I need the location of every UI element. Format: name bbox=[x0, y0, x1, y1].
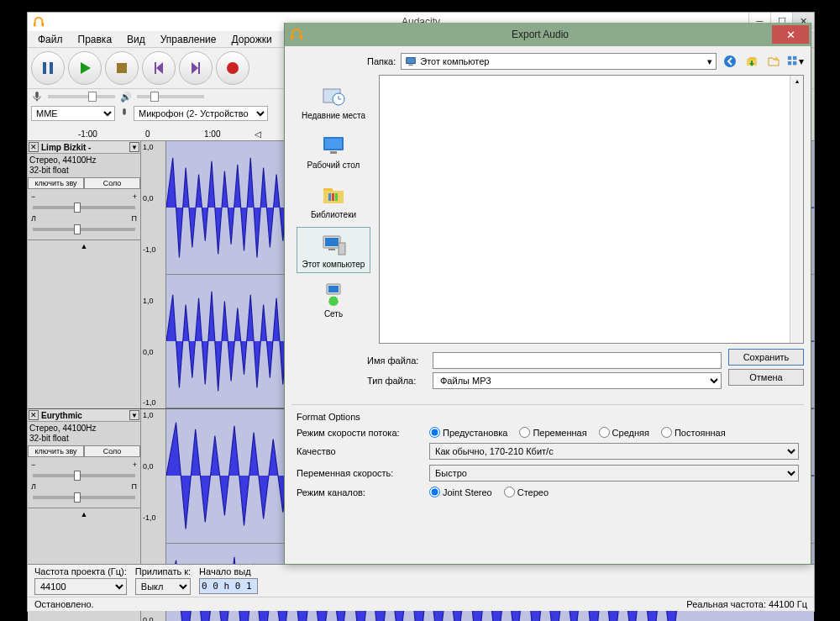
back-button[interactable] bbox=[722, 53, 738, 70]
quality-select[interactable]: Как обычно, 170-210 Кбит/с bbox=[429, 443, 799, 460]
svg-rect-20 bbox=[330, 151, 337, 154]
selection-start-input[interactable] bbox=[199, 578, 258, 594]
track-menu-button[interactable]: ▼ bbox=[129, 142, 139, 152]
filename-label: Имя файла: bbox=[367, 355, 426, 366]
bitrate-preset-radio[interactable]: Предустановка bbox=[429, 427, 507, 438]
up-button[interactable] bbox=[743, 53, 760, 70]
track-collapse-button[interactable]: ▲ bbox=[28, 239, 140, 251]
snap-select[interactable]: Выкл bbox=[135, 578, 191, 595]
svg-rect-3 bbox=[50, 62, 53, 74]
bitrate-variable-radio[interactable]: Переменная bbox=[519, 427, 586, 438]
folder-label: Папка: bbox=[367, 56, 396, 66]
svg-rect-15 bbox=[793, 61, 796, 65]
speaker-icon: 🔊 bbox=[120, 92, 132, 103]
vbr-select[interactable]: Быстро bbox=[429, 465, 799, 482]
place-desktop[interactable]: Рабочий стол bbox=[297, 128, 370, 174]
gain-slider[interactable] bbox=[33, 474, 135, 477]
track-collapse-button[interactable]: ▲ bbox=[28, 508, 140, 519]
format-options-group: Format Options Режим скорости потока: Пр… bbox=[291, 404, 804, 509]
place-recent[interactable]: Недавние места bbox=[297, 78, 370, 124]
track-close-button[interactable]: ✕ bbox=[29, 142, 39, 152]
svg-point-10 bbox=[724, 55, 736, 67]
new-folder-button[interactable] bbox=[765, 53, 782, 70]
gain-slider[interactable] bbox=[33, 206, 135, 209]
folder-combo[interactable]: Этот компьютер ▾ bbox=[401, 53, 717, 70]
menu-edit[interactable]: Правка bbox=[71, 32, 119, 47]
files-panel[interactable]: ▴ bbox=[379, 75, 804, 344]
pan-slider[interactable] bbox=[33, 228, 135, 231]
channel-stereo-radio[interactable]: Стерео bbox=[504, 487, 549, 497]
libraries-icon bbox=[320, 182, 347, 208]
time-mark: 1:00 bbox=[204, 129, 220, 139]
dialog-close-button[interactable]: ✕ bbox=[772, 25, 809, 44]
stop-button[interactable] bbox=[105, 51, 139, 85]
vbr-label: Переменная скорость: bbox=[297, 468, 423, 478]
svg-rect-24 bbox=[335, 193, 338, 201]
svg-rect-14 bbox=[788, 61, 791, 65]
svg-rect-7 bbox=[300, 35, 302, 39]
time-mark: -1:00 bbox=[78, 129, 97, 139]
snap-label: Прилипать к: bbox=[135, 566, 191, 576]
cancel-button[interactable]: Отмена bbox=[728, 369, 804, 386]
export-dialog: Export Audio ✕ Папка: Этот компьютер ▾ ▾… bbox=[284, 23, 811, 565]
place-libraries[interactable]: Библиотеки bbox=[297, 177, 370, 224]
record-button[interactable] bbox=[216, 51, 249, 85]
dialog-titlebar: Export Audio ✕ bbox=[285, 23, 811, 46]
svg-rect-6 bbox=[291, 35, 293, 39]
track-info: Стерео, 44100Hz 32-bit float bbox=[28, 154, 140, 177]
output-meter[interactable] bbox=[137, 95, 204, 98]
mic-icon bbox=[31, 91, 43, 103]
desktop-icon bbox=[320, 132, 347, 159]
bitrate-average-radio[interactable]: Средняя bbox=[599, 427, 649, 438]
svg-rect-12 bbox=[788, 56, 791, 60]
track-name[interactable]: Eurythmic bbox=[39, 411, 129, 420]
mute-button[interactable]: ключить зву bbox=[28, 177, 84, 189]
track-info: Стерео, 44100Hz 32-bit float bbox=[28, 422, 140, 445]
filetype-select[interactable]: Файлы MP3 bbox=[433, 372, 722, 389]
menu-file[interactable]: Файл bbox=[31, 32, 70, 47]
skip-end-button[interactable] bbox=[179, 51, 213, 85]
computer-icon bbox=[320, 231, 347, 258]
app-icon bbox=[33, 16, 45, 28]
status-left: Остановлено. bbox=[34, 599, 94, 609]
track-name[interactable]: Limp Bizkit - bbox=[39, 143, 129, 152]
track-menu-button[interactable]: ▼ bbox=[129, 410, 139, 420]
pan-slider[interactable] bbox=[33, 496, 135, 499]
save-button[interactable]: Сохранить bbox=[728, 349, 804, 366]
svg-rect-2 bbox=[43, 62, 46, 74]
play-button[interactable] bbox=[68, 51, 102, 85]
filename-input[interactable] bbox=[433, 352, 722, 369]
channel-mode-label: Режим каналов: bbox=[297, 487, 423, 497]
status-bar: Остановлено. Реальная частота: 44100 Гц bbox=[28, 597, 814, 611]
bitrate-mode-label: Режим скорости потока: bbox=[297, 428, 423, 438]
host-select[interactable]: MME bbox=[31, 106, 115, 121]
place-computer[interactable]: Этот компьютер bbox=[297, 227, 370, 273]
network-icon bbox=[320, 281, 347, 308]
svg-rect-23 bbox=[332, 193, 334, 201]
menu-view[interactable]: Вид bbox=[120, 32, 152, 47]
track-close-button[interactable]: ✕ bbox=[29, 410, 39, 420]
svg-rect-4 bbox=[117, 63, 127, 73]
recent-icon bbox=[320, 82, 347, 109]
solo-button[interactable]: Соло bbox=[84, 177, 140, 189]
solo-button[interactable]: Соло bbox=[84, 445, 140, 457]
input-device-select[interactable]: Микрофон (2- Устройство bbox=[134, 106, 268, 121]
filetype-label: Тип файла: bbox=[367, 376, 426, 386]
bitrate-constant-radio[interactable]: Постоянная bbox=[661, 427, 726, 438]
project-rate-select[interactable]: 44100 bbox=[34, 578, 127, 595]
svg-rect-30 bbox=[328, 286, 339, 292]
menu-tracks[interactable]: Дорожки bbox=[225, 32, 279, 47]
files-scrollbar[interactable]: ▴ bbox=[790, 76, 803, 343]
svg-rect-28 bbox=[328, 249, 335, 250]
menu-control[interactable]: Управление bbox=[154, 32, 223, 47]
svg-rect-26 bbox=[325, 238, 339, 246]
format-options-legend: Format Options bbox=[297, 412, 799, 422]
pause-button[interactable] bbox=[31, 51, 65, 85]
place-network[interactable]: Сеть bbox=[297, 276, 370, 323]
places-panel: Недавние места Рабочий стол Библиотеки Э… bbox=[291, 75, 375, 344]
mute-button[interactable]: ключить зву bbox=[28, 445, 84, 457]
input-meter[interactable] bbox=[48, 95, 115, 98]
channel-joint-radio[interactable]: Joint Stereo bbox=[429, 487, 492, 497]
skip-start-button[interactable] bbox=[142, 51, 176, 85]
view-menu-button[interactable]: ▾ bbox=[787, 53, 804, 70]
